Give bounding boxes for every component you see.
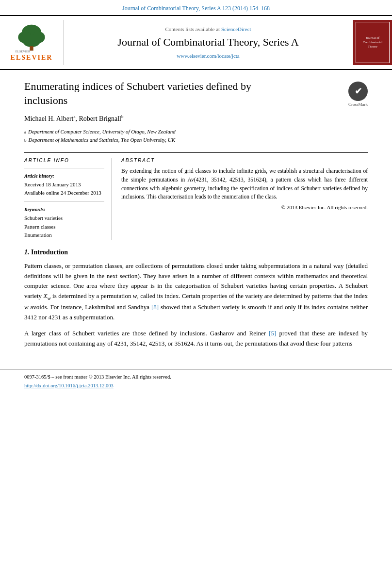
author1-super: a xyxy=(73,114,75,119)
paper-title-section: Enumerating indices of Schubert varietie… xyxy=(24,80,368,107)
elsevier-tree-icon: ELSEVIER xyxy=(12,24,51,53)
keywords-section: Keywords: Schubert varieties Pattern cla… xyxy=(24,207,104,240)
info-divider-2 xyxy=(24,201,104,202)
footer-issn: 0097-3165/$ – see front matter © 2013 El… xyxy=(24,373,368,382)
affil-b-text: Department of Mathematics and Statistics… xyxy=(29,136,175,145)
journal-header: ELSEVIER ELSEVIER Contents lists availab… xyxy=(0,16,392,70)
article-history-label: Article history: xyxy=(24,173,104,179)
intro-paragraph-2: A larger class of Schubert varieties are… xyxy=(24,329,368,349)
elsevier-logo: ELSEVIER ELSEVIER xyxy=(0,20,63,65)
intro-section-title: 1. Introduction xyxy=(24,249,368,256)
keyword-1: Schubert varieties xyxy=(24,214,104,223)
authors-line: Michael H. Alberta, Robert Brignallb xyxy=(24,114,368,123)
keyword-2: Pattern classes xyxy=(24,223,104,232)
section-name: Introduction xyxy=(31,249,68,256)
affiliation-a: a Department of Computer Science, Univer… xyxy=(24,128,368,136)
affiliation-b: b Department of Mathematics and Statisti… xyxy=(24,136,368,145)
svg-text:ELSEVIER: ELSEVIER xyxy=(16,50,31,53)
contents-line: Contents lists available at ScienceDirec… xyxy=(165,26,251,32)
journal-cover-image: Journal ofCombinatorialTheory xyxy=(353,20,392,65)
svg-point-3 xyxy=(23,34,41,47)
author-2: Robert Brignallb xyxy=(79,115,123,122)
journal-ref-text: Journal of Combinatorial Theory, Series … xyxy=(122,5,270,12)
crossmark-badge[interactable]: ✔ CrossMark xyxy=(348,82,368,107)
ref-8[interactable]: [8] xyxy=(151,303,159,311)
doi-link[interactable]: http://dx.doi.org/10.1016/j.jcta.2013.12… xyxy=(24,383,114,388)
author2-super: b xyxy=(121,114,124,119)
abstract-panel: ABSTRACT By extending the notion of grid… xyxy=(121,158,368,240)
cover-text: Journal ofCombinatorialTheory xyxy=(362,35,383,50)
abstract-title: ABSTRACT xyxy=(121,158,368,163)
abstract-text: By extending the notion of grid classes … xyxy=(121,167,368,201)
math-w1: w xyxy=(133,292,137,299)
abstract-copyright: © 2013 Elsevier Inc. All rights reserved… xyxy=(121,204,368,210)
cover-inner: Journal ofCombinatorialTheory xyxy=(356,22,390,63)
affiliations: a Department of Computer Science, Univer… xyxy=(24,128,368,145)
affil-b-super: b xyxy=(24,137,27,144)
contents-text: Contents lists available at xyxy=(165,26,220,32)
keyword-3: Enumeration xyxy=(24,231,104,240)
section-number: 1. xyxy=(24,249,30,256)
sciencedirect-link[interactable]: ScienceDirect xyxy=(221,26,251,32)
affil-a-super: a xyxy=(24,129,26,135)
article-info-abstract: ARTICLE INFO Article history: Received 1… xyxy=(24,152,368,240)
journal-reference: Journal of Combinatorial Theory, Series … xyxy=(0,0,392,16)
paper-content: Enumerating indices of Schubert varietie… xyxy=(0,70,392,364)
math-w2: w xyxy=(24,303,29,311)
ref-5[interactable]: [5] xyxy=(269,330,276,337)
journal-title: Journal of Combinatorial Theory, Series … xyxy=(117,36,298,49)
author-1: Michael H. Alberta xyxy=(24,115,75,122)
info-divider xyxy=(24,168,104,168)
elsevier-wordmark: ELSEVIER xyxy=(11,54,53,62)
affil-a-text: Department of Computer Science, Universi… xyxy=(28,128,176,136)
available-date: Available online 24 December 2013 xyxy=(24,189,104,197)
footer-bar: 0097-3165/$ – see front matter © 2013 El… xyxy=(0,369,392,393)
keywords-label: Keywords: xyxy=(24,207,104,212)
crossmark-icon: ✔ xyxy=(348,82,368,101)
crossmark-label: CrossMark xyxy=(348,102,368,107)
journal-url[interactable]: www.elsevier.com/locate/jcta xyxy=(177,53,239,59)
article-info-title: ARTICLE INFO xyxy=(24,158,104,163)
footer-doi[interactable]: http://dx.doi.org/10.1016/j.jcta.2013.12… xyxy=(24,382,368,389)
article-info-panel: ARTICLE INFO Article history: Received 1… xyxy=(24,158,112,240)
math-Xw: Xw xyxy=(44,292,51,299)
received-date: Received 18 January 2013 xyxy=(24,181,104,189)
svg-rect-4 xyxy=(30,46,33,50)
intro-paragraph-1: Pattern classes, or permutation classes,… xyxy=(24,261,368,323)
journal-center-info: Contents lists available at ScienceDirec… xyxy=(63,20,353,65)
paper-title: Enumerating indices of Schubert varietie… xyxy=(24,80,296,107)
